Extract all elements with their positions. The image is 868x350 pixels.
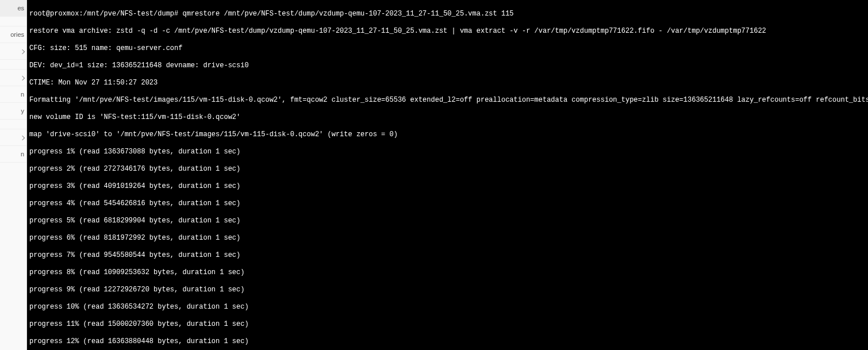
- terminal-line: CFG: size: 515 name: qemu-server.conf: [29, 44, 866, 53]
- terminal-line: progress 4% (read 5454626816 bytes, dura…: [29, 199, 866, 208]
- sidebar-item-label: n: [21, 151, 24, 157]
- sidebar-item[interactable]: [0, 17, 26, 26]
- terminal-command-line: root@proxmox:/mnt/pve/NFS-test/dump# qmr…: [29, 10, 866, 18]
- sidebar-item-label: y: [21, 107, 25, 114]
- chevron-right-icon: [20, 136, 25, 140]
- sidebar-item[interactable]: ories: [0, 26, 26, 43]
- sidebar-item[interactable]: n: [0, 86, 26, 103]
- sidebar-item[interactable]: [0, 120, 26, 129]
- terminal-line: restore vma archive: zstd -q -d -c /mnt/…: [29, 27, 866, 36]
- terminal-line: map 'drive-scsi0' to '/mnt/pve/NFS-test/…: [29, 130, 866, 139]
- terminal-line: progress 11% (read 15000207360 bytes, du…: [29, 320, 866, 329]
- sidebar-item-label: n: [21, 91, 24, 98]
- sidebar-item[interactable]: n: [0, 146, 26, 163]
- terminal-line: progress 6% (read 8181972992 bytes, dura…: [29, 234, 866, 243]
- terminal-line: progress 10% (read 13636534272 bytes, du…: [29, 303, 866, 311]
- terminal-line: new volume ID is 'NFS-test:115/vm-115-di…: [29, 113, 866, 122]
- terminal-prompt: root@proxmox:/mnt/pve/NFS-test/dump#: [29, 10, 178, 18]
- sidebar-item[interactable]: [0, 70, 26, 86]
- sidebar-item-label: es: [17, 5, 24, 11]
- terminal-line: DEV: dev_id=1 size: 136365211648 devname…: [29, 61, 866, 70]
- terminal-output[interactable]: root@proxmox:/mnt/pve/NFS-test/dump# qmr…: [27, 0, 868, 350]
- terminal-line: progress 7% (read 9545580544 bytes, dura…: [29, 251, 866, 260]
- terminal-line: Formatting '/mnt/pve/NFS-test/images/115…: [29, 96, 866, 105]
- terminal-line: progress 8% (read 10909253632 bytes, dur…: [29, 268, 866, 277]
- sidebar: es ories n y n: [0, 0, 27, 350]
- terminal-line: CTIME: Mon Nov 27 11:50:27 2023: [29, 79, 866, 87]
- sidebar-item[interactable]: y: [0, 103, 26, 120]
- sidebar-item[interactable]: es: [0, 0, 26, 17]
- terminal-line: progress 2% (read 2727346176 bytes, dura…: [29, 165, 866, 174]
- chevron-right-icon: [20, 49, 25, 54]
- sidebar-item-label: ories: [10, 31, 24, 38]
- terminal-line: progress 3% (read 4091019264 bytes, dura…: [29, 182, 866, 191]
- chevron-right-icon: [20, 76, 25, 80]
- terminal-command: qmrestore /mnt/pve/NFS-test/dump/vzdump-…: [182, 10, 513, 18]
- terminal-line: progress 1% (read 1363673088 bytes, dura…: [29, 148, 866, 156]
- terminal-line: progress 9% (read 12272926720 bytes, dur…: [29, 286, 866, 294]
- sidebar-item[interactable]: [0, 43, 26, 60]
- sidebar-item[interactable]: [0, 60, 26, 70]
- terminal-line: progress 5% (read 6818299904 bytes, dura…: [29, 217, 866, 225]
- sidebar-item[interactable]: [0, 129, 26, 146]
- terminal-line: progress 12% (read 16363880448 bytes, du…: [29, 337, 866, 346]
